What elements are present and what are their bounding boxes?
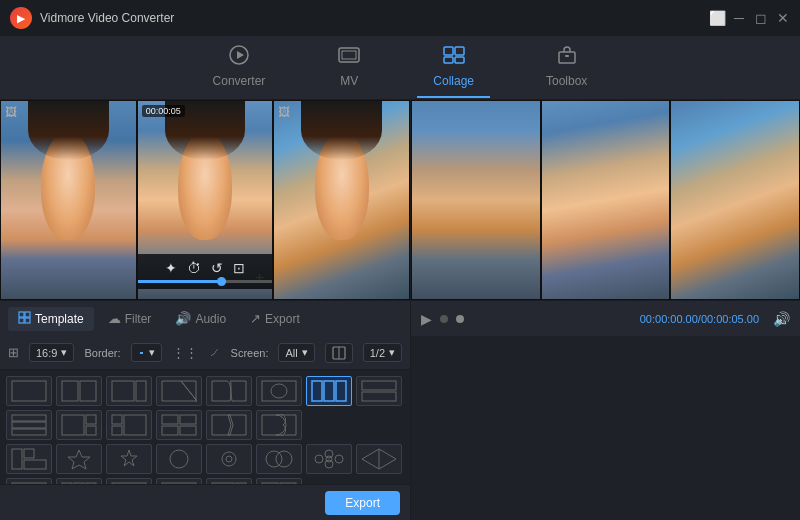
svg-rect-13 (25, 318, 30, 323)
template-half-left[interactable] (56, 376, 102, 406)
export-button[interactable]: Export (325, 491, 400, 515)
template-star2-shape[interactable] (106, 444, 152, 474)
nav-mv-label: MV (340, 74, 358, 88)
video-cell-2[interactable]: 00:00:05 ✦ ⏱ ↺ ⊡ (137, 100, 274, 300)
template-rounded-split[interactable] (206, 376, 252, 406)
export-bar: Export (0, 484, 410, 520)
ratio-chevron: ▾ (61, 346, 67, 359)
right-photo-3[interactable] (670, 100, 800, 300)
volume-icon[interactable]: 🔊 (773, 311, 790, 327)
svg-rect-9 (565, 55, 569, 57)
svg-rect-8 (559, 52, 575, 63)
close-icon[interactable]: ✕ (776, 11, 790, 25)
template-single[interactable] (6, 376, 52, 406)
progress-dot-1 (440, 315, 448, 323)
crop-icon[interactable]: ⊡ (233, 260, 245, 276)
template-star-shape[interactable] (56, 444, 102, 474)
screen-value: All (285, 347, 297, 359)
svg-rect-39 (162, 415, 178, 424)
svg-marker-43 (212, 415, 233, 435)
template-heart-split[interactable] (256, 410, 302, 440)
svg-rect-35 (86, 426, 96, 435)
svg-marker-49 (121, 450, 137, 466)
export-tab-icon: ↗ (250, 311, 261, 326)
restore-icon[interactable]: ◻ (754, 11, 768, 25)
template-gear-shape[interactable] (206, 444, 252, 474)
nav-toolbox-label: Toolbox (546, 74, 587, 88)
template-flower[interactable] (306, 444, 352, 474)
page-select[interactable]: 1/2 ▾ (363, 343, 402, 362)
border-select[interactable]: ▾ (131, 343, 162, 362)
toolbox-icon (555, 45, 579, 70)
template-oval-center[interactable] (256, 376, 302, 406)
template-left-big[interactable] (56, 410, 102, 440)
template-sidebar-right[interactable] (106, 376, 152, 406)
ratio-icon[interactable] (325, 343, 353, 363)
template-3rows[interactable] (6, 410, 52, 440)
video-thumb-3 (274, 101, 409, 299)
screen-select[interactable]: All ▾ (278, 343, 314, 362)
tab-template-label: Template (35, 312, 84, 326)
tab-filter[interactable]: ☁ Filter (98, 307, 162, 330)
audio-tab-icon: 🔊 (175, 311, 191, 326)
border-label: Border: (84, 347, 120, 359)
rotate-icon[interactable]: ↺ (211, 260, 223, 276)
right-photo-2[interactable] (541, 100, 671, 300)
tab-export[interactable]: ↗ Export (240, 307, 310, 330)
right-photo-1[interactable] (411, 100, 541, 300)
template-four-equal[interactable] (156, 410, 202, 440)
right-panel: ▶ 00:00:00.00/00:00:05.00 🔊 (411, 100, 800, 520)
nav-mv[interactable]: MV (321, 37, 377, 98)
ratio-select[interactable]: 16:9 ▾ (29, 343, 74, 362)
border-line (140, 352, 143, 354)
template-l-shape[interactable] (6, 444, 52, 474)
grid-layout-icon[interactable]: ⊞ (8, 345, 19, 360)
mv-icon (337, 45, 361, 70)
svg-rect-36 (112, 415, 122, 424)
video-cell-3[interactable]: 🖼 (273, 100, 410, 300)
template-circle-shape[interactable] (156, 444, 202, 474)
template-arrow-split[interactable] (206, 410, 252, 440)
nav-collage[interactable]: Collage (417, 37, 490, 98)
svg-point-57 (325, 460, 333, 468)
nav-converter-label: Converter (213, 74, 266, 88)
template-diagonal-split[interactable] (156, 376, 202, 406)
star-icon[interactable]: ✦ (165, 260, 177, 276)
template-right-big[interactable] (106, 410, 152, 440)
play-button[interactable]: ▶ (421, 311, 432, 327)
title-bar: ▶ Vidmore Video Converter ⬜ ─ ◻ ✕ (0, 0, 800, 36)
template-row-1 (6, 376, 404, 440)
diagonal-icon[interactable]: ⟋ (208, 345, 221, 360)
video-cell-1[interactable]: 🖼 (0, 100, 137, 300)
svg-rect-47 (24, 460, 46, 469)
video-preview-grid: 🖼 00:00:05 ✦ ⏱ ↺ ⊡ (0, 100, 410, 300)
message-icon[interactable]: ⬜ (710, 11, 724, 25)
minimize-icon[interactable]: ─ (732, 11, 746, 25)
border-chevron: ▾ (149, 346, 155, 359)
nav-toolbox[interactable]: Toolbox (530, 37, 603, 98)
svg-rect-28 (362, 381, 396, 390)
page-value: 1/2 (370, 347, 385, 359)
nav-bar: Converter MV Collage Toolbox (0, 36, 800, 100)
tab-template[interactable]: Template (8, 307, 94, 331)
svg-rect-30 (12, 415, 46, 421)
svg-rect-37 (112, 426, 122, 435)
svg-rect-7 (455, 57, 464, 63)
template-diamond-split[interactable] (356, 444, 402, 474)
svg-rect-16 (12, 381, 46, 401)
progress-bar[interactable] (137, 280, 274, 283)
template-triple-equal[interactable] (306, 376, 352, 406)
svg-rect-31 (12, 422, 46, 428)
template-double-circle[interactable] (256, 444, 302, 474)
converter-icon (227, 45, 251, 70)
svg-rect-11 (25, 312, 30, 317)
tab-audio[interactable]: 🔊 Audio (165, 307, 236, 330)
player-controls: ▶ 00:00:00.00/00:00:05.00 🔊 (411, 300, 800, 336)
collage-icon (442, 45, 466, 70)
nav-converter[interactable]: Converter (197, 37, 282, 98)
grid-dots-icon[interactable]: ⋮⋮ (172, 345, 198, 360)
svg-rect-18 (80, 381, 96, 401)
clock-icon[interactable]: ⏱ (187, 260, 201, 276)
template-rows[interactable] (356, 376, 402, 406)
app-logo: ▶ (10, 7, 32, 29)
